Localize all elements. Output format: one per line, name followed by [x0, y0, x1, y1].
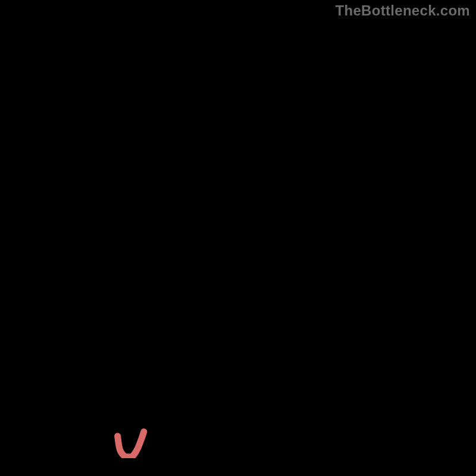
- curve-bottom-highlight: [118, 432, 144, 457]
- chart-frame: TheBottleneck.com: [0, 0, 476, 476]
- curve-right-branch: [137, 84, 457, 458]
- watermark-text: TheBottleneck.com: [336, 2, 470, 19]
- chart-curves: [19, 18, 457, 458]
- curve-left-branch: [19, 18, 124, 458]
- chart-plot-area: [19, 18, 457, 458]
